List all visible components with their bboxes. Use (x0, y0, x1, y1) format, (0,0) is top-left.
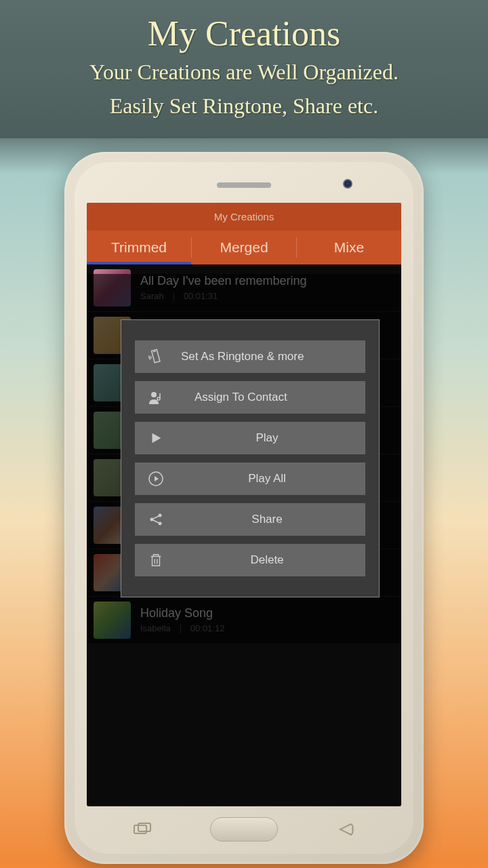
trash-icon (147, 551, 165, 569)
play-button[interactable]: Play (135, 422, 365, 454)
button-label: Play (181, 431, 353, 445)
play-all-icon (147, 470, 165, 488)
tab-merged[interactable]: Merged (192, 231, 296, 264)
front-camera (343, 179, 352, 189)
svg-point-0 (151, 392, 157, 397)
set-ringtone-button[interactable]: Set As Ringtone & more (135, 340, 365, 373)
tab-trimmed[interactable]: Trimmed (87, 231, 191, 264)
svg-rect-6 (138, 823, 150, 831)
app-title: My Creations (214, 211, 274, 222)
contact-icon (147, 389, 165, 406)
share-button[interactable]: Share (135, 503, 365, 536)
assign-contact-button[interactable]: Assign To Contact (135, 381, 365, 414)
button-label: Assign To Contact (181, 391, 353, 404)
promo-header: My Creations Your Creations are Well Org… (0, 0, 488, 138)
hardware-nav (75, 817, 413, 842)
svg-point-3 (159, 513, 162, 517)
delete-button[interactable]: Delete (135, 544, 365, 576)
promo-title: My Creations (14, 14, 474, 54)
button-label: Share (181, 513, 353, 526)
phone-frame: My Creations Trimmed Merged Mixe All Day… (64, 152, 424, 864)
back-button[interactable] (332, 821, 359, 837)
speaker-grille (217, 182, 271, 188)
button-label: Play All (181, 472, 353, 486)
phone-screen: My Creations Trimmed Merged Mixe All Day… (87, 203, 401, 806)
button-label: Set As Ringtone & more (181, 350, 353, 363)
play-all-button[interactable]: Play All (135, 462, 365, 495)
app-header: My Creations (87, 203, 401, 231)
button-label: Delete (181, 553, 353, 567)
svg-point-4 (159, 521, 162, 525)
promo-subtitle-2: Easily Set Ringtone, Share etc. (14, 91, 474, 121)
context-menu: Set As Ringtone & more Assign To Contact… (121, 319, 380, 597)
home-button[interactable] (210, 817, 278, 842)
phone-ringtone-icon (147, 348, 165, 366)
phone-bezel: My Creations Trimmed Merged Mixe All Day… (75, 162, 413, 854)
promo-subtitle-1: Your Creations are Well Organized. (14, 57, 474, 87)
play-icon (147, 429, 165, 447)
svg-point-2 (150, 517, 154, 521)
recent-apps-button[interactable] (129, 821, 156, 837)
svg-rect-5 (134, 825, 146, 833)
tab-mixed[interactable]: Mixe (297, 231, 401, 264)
share-icon (147, 511, 165, 528)
tab-bar: Trimmed Merged Mixe (87, 231, 401, 264)
